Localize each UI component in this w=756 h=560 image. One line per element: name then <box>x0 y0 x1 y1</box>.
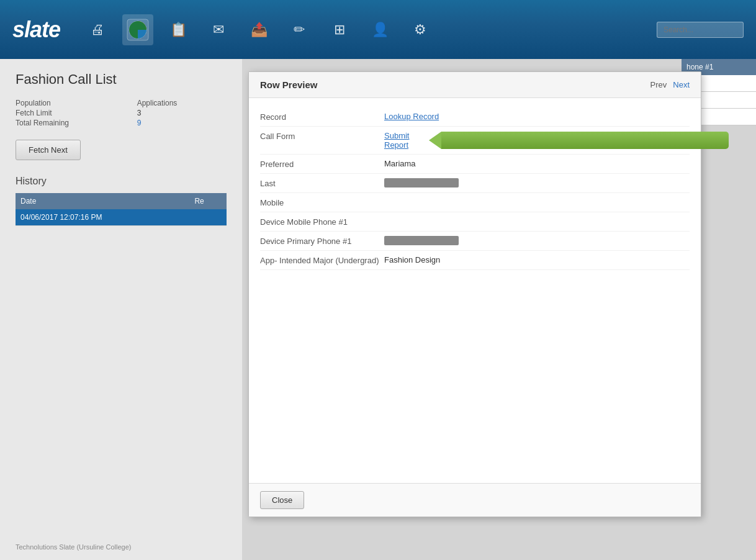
footer-text: Technolutions Slate (Ursuline College) <box>16 543 131 551</box>
printer-icon[interactable]: 🖨 <box>82 14 113 45</box>
field-label-mobile: Mobile <box>260 197 384 207</box>
field-label-last: Last <box>260 178 384 188</box>
field-label-device-primary: Device Primary Phone #1 <box>260 236 384 246</box>
right-area: hone #1 Fa Fa Fa Row Preview Prev Next R… <box>242 59 756 560</box>
table-row[interactable]: 04/06/2017 12:07:16 PM <box>16 209 227 226</box>
field-row-preferred: Preferred Mariama <box>260 155 690 174</box>
field-row-device-primary: Device Primary Phone #1 <box>260 232 690 251</box>
gear-icon[interactable]: ⚙ <box>405 14 436 45</box>
main-content: Fashion Call List Population Application… <box>0 59 756 560</box>
edit-icon[interactable]: ✏ <box>284 14 315 45</box>
field-row-mobile: Mobile <box>260 193 690 212</box>
modal-title: Row Preview <box>260 79 318 90</box>
history-date: 04/06/2017 12:07:16 PM <box>16 209 189 226</box>
field-row-call-form: Call Form Submit Report <box>260 127 690 155</box>
modal-nav: Prev Next <box>650 80 690 89</box>
modal-header: Row Preview Prev Next <box>249 72 701 98</box>
history-title: History <box>16 176 227 187</box>
left-panel: Fashion Call List Population Application… <box>0 59 242 560</box>
row-preview-modal: Row Preview Prev Next Record Lookup Reco… <box>248 71 701 517</box>
green-arrow-annotation <box>441 132 729 149</box>
field-label-preferred: Preferred <box>260 159 384 169</box>
field-label-record: Record <box>260 112 384 122</box>
field-row-intended-major: App- Intended Major (Undergrad) Fashion … <box>260 251 690 270</box>
mail-icon[interactable]: ✉ <box>203 14 234 45</box>
history-col-re: Re <box>189 193 227 209</box>
form-icon[interactable]: 📋 <box>163 14 194 45</box>
topbar: slate 🖨 📋 ✉ 📤 ✏ ⊞ 👤 ⚙ <box>0 0 756 59</box>
field-label-intended-major: App- Intended Major (Undergrad) <box>260 255 384 265</box>
modal-body: Record Lookup Record Call Form Submit Re… <box>249 98 701 483</box>
modal-next-button[interactable]: Next <box>673 80 690 89</box>
search-input[interactable] <box>657 22 744 38</box>
field-value-preferred: Mariama <box>384 159 416 168</box>
upload-icon[interactable]: 📤 <box>243 14 274 45</box>
modal-prev-button[interactable]: Prev <box>650 80 667 89</box>
field-value-device-primary <box>384 236 459 245</box>
chart-icon[interactable] <box>122 14 153 45</box>
table-icon[interactable]: ⊞ <box>324 14 355 45</box>
field-row-device-mobile: Device Mobile Phone #1 <box>260 212 690 232</box>
fetch-limit-label: Fetch Limit <box>16 109 119 117</box>
history-col-date: Date <box>16 193 189 209</box>
meta-grid: Population Applications Fetch Limit 3 To… <box>16 99 227 127</box>
field-value-record[interactable]: Lookup Record <box>384 112 439 121</box>
total-remaining-value: 9 <box>137 119 227 127</box>
total-remaining-label: Total Remaining <box>16 119 119 127</box>
applications-label: Applications <box>137 99 227 107</box>
call-form-arrow-container: Submit Report <box>384 131 729 150</box>
close-button[interactable]: Close <box>260 491 304 509</box>
field-value-intended-major: Fashion Design <box>384 255 440 264</box>
field-value-last <box>384 178 459 187</box>
history-re <box>189 209 227 226</box>
history-table: Date Re 04/06/2017 12:07:16 PM <box>16 193 227 226</box>
field-row-record: Record Lookup Record <box>260 107 690 127</box>
population-label: Population <box>16 99 119 107</box>
person-icon[interactable]: 👤 <box>364 14 395 45</box>
fetch-limit-value: 3 <box>137 109 227 117</box>
field-label-call-form: Call Form <box>260 131 384 141</box>
app-logo: slate <box>12 17 60 43</box>
field-value-call-form[interactable]: Submit Report <box>384 131 432 150</box>
modal-footer: Close <box>249 483 701 517</box>
page-title: Fashion Call List <box>16 71 227 88</box>
field-row-last: Last <box>260 174 690 193</box>
field-label-device-mobile: Device Mobile Phone #1 <box>260 217 384 227</box>
fetch-next-button[interactable]: Fetch Next <box>16 140 81 160</box>
